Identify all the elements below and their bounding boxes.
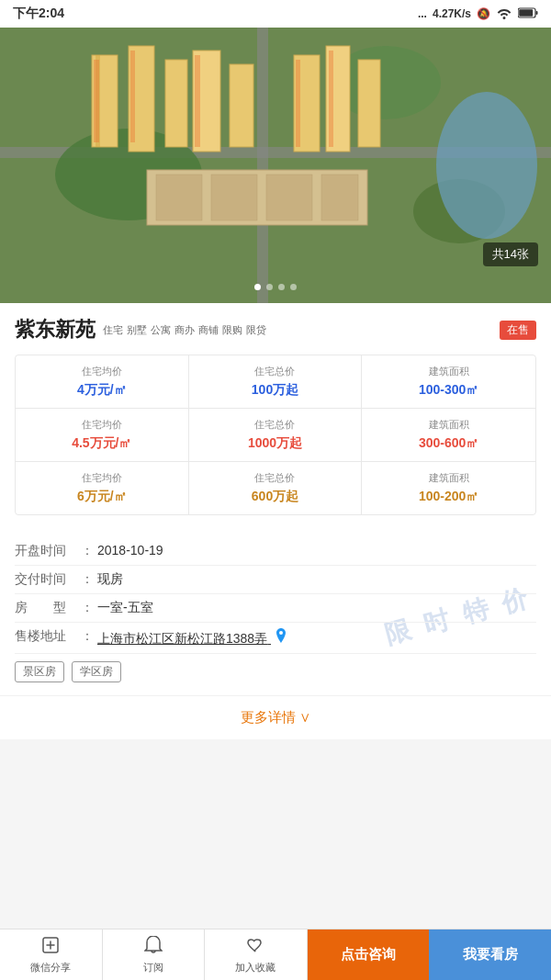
- price-value-1-3: 100-300㎡: [373, 382, 524, 399]
- price-cell-2-1: 住宅均价 4.5万元/㎡: [16, 409, 189, 461]
- price-label-1-2: 住宅总价: [200, 365, 351, 378]
- wifi-icon: [496, 6, 512, 22]
- svg-rect-13: [165, 60, 187, 147]
- svg-rect-26: [211, 175, 257, 220]
- price-row-1: 住宅均价 4万元/㎡ 住宅总价 100万起 建筑面积 100-300㎡: [16, 355, 535, 409]
- svg-rect-25: [156, 175, 202, 220]
- svg-rect-28: [321, 175, 358, 220]
- speed-indicator: 4.27K/s: [433, 7, 471, 20]
- tag-commercial-office: 商办: [174, 323, 195, 337]
- address-value[interactable]: 上海市松江区新松江路1388弄: [97, 628, 287, 648]
- open-date-value: 2018-10-19: [97, 543, 163, 558]
- price-value-2-3: 300-600㎡: [373, 435, 524, 452]
- signal-icon: ...: [418, 7, 427, 20]
- property-tags: 住宅 别墅 公寓 商办 商铺 限购 限贷: [103, 323, 492, 337]
- property-name: 紫东新苑: [15, 316, 96, 344]
- dot-1[interactable]: [254, 284, 261, 290]
- price-value-2-1: 4.5万元/㎡: [27, 435, 177, 452]
- price-label-2-3: 建筑面积: [373, 418, 524, 432]
- price-value-1-1: 4万元/㎡: [27, 382, 177, 399]
- on-sale-badge: 在售: [500, 321, 536, 340]
- svg-rect-5: [257, 28, 268, 303]
- type-label: 房 型: [15, 600, 77, 616]
- price-label-2-1: 住宅均价: [27, 418, 177, 432]
- svg-rect-1: [519, 9, 533, 17]
- price-value-1-2: 100万起: [200, 382, 351, 399]
- subscribe-label: 订阅: [143, 961, 163, 974]
- address-row: 售楼地址 ： 上海市松江区新松江路1388弄: [15, 623, 536, 654]
- delivery-label: 交付时间: [15, 571, 77, 588]
- image-count-badge: 共14张: [483, 242, 538, 266]
- tag-chips: 景区房 学区房: [15, 654, 536, 686]
- scenic-chip: 景区房: [15, 661, 64, 682]
- price-label-2-2: 住宅总价: [200, 418, 351, 432]
- consult-label: 点击咨询: [341, 946, 396, 963]
- open-date-row: 开盘时间 ： 2018-10-19: [15, 537, 536, 566]
- price-cell-3-3: 建筑面积 100-200㎡: [362, 462, 535, 514]
- price-row-2: 住宅均价 4.5万元/㎡ 住宅总价 1000万起 建筑面积 300-600㎡: [16, 409, 535, 462]
- price-label-1-3: 建筑面积: [373, 365, 524, 378]
- svg-rect-20: [130, 51, 135, 142]
- wechat-share-button[interactable]: 微信分享: [0, 929, 103, 980]
- price-cell-1-2: 住宅总价 100万起: [189, 355, 363, 408]
- status-bar: 下午2:04 ... 4.27K/s 🔕: [0, 0, 551, 28]
- subscribe-button[interactable]: 订阅: [103, 929, 206, 980]
- price-cell-1-1: 住宅均价 4万元/㎡: [16, 355, 189, 408]
- svg-rect-19: [94, 60, 99, 142]
- mute-icon: 🔕: [477, 7, 490, 20]
- wechat-share-icon: [41, 936, 60, 959]
- price-value-3-1: 6万元/㎡: [27, 489, 177, 505]
- type-value: 一室-五室: [97, 600, 153, 616]
- tag-purchase-limit: 限购: [222, 323, 242, 337]
- dot-3[interactable]: [278, 284, 285, 290]
- title-row: 紫东新苑 住宅 别墅 公寓 商办 商铺 限购 限贷 在售: [15, 316, 536, 344]
- tag-shop: 商铺: [198, 323, 219, 337]
- price-cell-2-3: 建筑面积 300-600㎡: [362, 409, 535, 461]
- type-row: 房 型 ： 一室-五室: [15, 594, 536, 623]
- price-label-3-3: 建筑面积: [373, 471, 524, 485]
- school-chip: 学区房: [72, 661, 121, 682]
- info-section: 开盘时间 ： 2018-10-19 交付时间 ： 现房 房 型 ： 一室-五室 …: [0, 537, 551, 695]
- address-label: 售楼地址: [15, 628, 77, 645]
- price-cell-3-2: 住宅总价 600万起: [189, 462, 363, 514]
- svg-rect-23: [329, 51, 333, 147]
- dot-2[interactable]: [266, 284, 273, 290]
- price-row-3: 住宅均价 6万元/㎡ 住宅总价 600万起 建筑面积 100-200㎡: [16, 462, 535, 514]
- bottom-divider: [0, 739, 551, 747]
- price-label-3-1: 住宅均价: [27, 471, 177, 485]
- battery-icon: [518, 7, 538, 21]
- wechat-share-label: 微信分享: [30, 961, 71, 974]
- svg-point-9: [436, 92, 537, 239]
- favorite-icon: [246, 936, 264, 959]
- price-cell-2-2: 住宅总价 1000万起: [189, 409, 363, 461]
- price-cell-1-3: 建筑面积 100-300㎡: [362, 355, 535, 408]
- svg-rect-21: [195, 55, 200, 147]
- svg-rect-22: [296, 60, 300, 147]
- svg-rect-15: [230, 64, 253, 147]
- price-value-3-3: 100-200㎡: [373, 489, 524, 505]
- more-details-button[interactable]: 更多详情 ∨: [0, 695, 551, 739]
- property-image-area: 共14张: [0, 28, 551, 303]
- favorite-button[interactable]: 加入收藏: [205, 929, 308, 980]
- tag-loan-limit: 限贷: [246, 323, 266, 337]
- status-icons: ... 4.27K/s 🔕: [418, 6, 538, 22]
- info-wrapper: 限 时 特 价 开盘时间 ： 2018-10-19 交付时间 ： 现房 房 型 …: [0, 537, 551, 695]
- tag-villa: 别墅: [127, 323, 147, 337]
- price-grid: 住宅均价 4万元/㎡ 住宅总价 100万起 建筑面积 100-300㎡ 住宅均价…: [15, 355, 536, 515]
- delivery-row: 交付时间 ： 现房: [15, 566, 536, 594]
- price-value-3-2: 600万起: [200, 489, 351, 505]
- delivery-value: 现房: [97, 571, 123, 588]
- bottom-bar: 微信分享 订阅 加入收藏 点击咨询 我要看房: [0, 929, 551, 980]
- price-cell-3-1: 住宅均价 6万元/㎡: [16, 462, 189, 514]
- location-icon[interactable]: [275, 628, 287, 646]
- price-value-2-2: 1000万起: [200, 435, 351, 452]
- tag-residential: 住宅: [103, 323, 123, 337]
- svg-rect-27: [266, 175, 312, 220]
- dot-4[interactable]: [290, 284, 297, 290]
- subscribe-icon: [144, 936, 163, 959]
- consult-button[interactable]: 点击咨询: [308, 929, 430, 980]
- aerial-image: [0, 28, 551, 303]
- visit-button[interactable]: 我要看房: [429, 929, 551, 980]
- visit-label: 我要看房: [463, 946, 518, 963]
- price-label-1-1: 住宅均价: [27, 365, 177, 378]
